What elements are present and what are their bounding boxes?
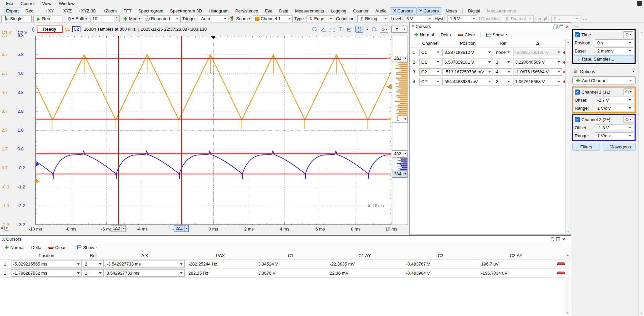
scroll-down-icon[interactable]: ▼: [565, 311, 570, 314]
tab-spectrogram[interactable]: Spectrogram: [135, 7, 167, 14]
expand-right-icon[interactable]: →: [574, 23, 579, 29]
layout-caret-icon[interactable]: [366, 29, 368, 30]
tab-y-cursors[interactable]: Y Cursors: [416, 7, 442, 14]
cursor-position-select[interactable]: 3.287188612 V: [442, 49, 493, 56]
channel2-offset-select[interactable]: -1.8 V: [595, 124, 633, 131]
buffer-settings-button[interactable]: ⚙: [67, 16, 74, 21]
menu-window[interactable]: Window: [56, 1, 78, 6]
trigger-tools-icon[interactable]: [230, 16, 235, 21]
level-select[interactable]: 5 V: [404, 15, 433, 22]
scroll-up-icon[interactable]: ▲: [566, 40, 571, 43]
channel1-range-select[interactable]: 1 V/div: [595, 105, 633, 111]
single-button[interactable]: ▶1 Single: [1, 15, 32, 22]
trigger-select[interactable]: Auto: [199, 15, 228, 22]
menu-file[interactable]: File: [3, 1, 16, 6]
channel1-enable-checkbox[interactable]: ✓: [575, 90, 580, 95]
menu-view[interactable]: View: [39, 1, 55, 6]
y-cursor-flag[interactable]: 2Δ1: [392, 55, 408, 62]
tab-export[interactable]: Export: [3, 7, 22, 14]
tab-digital[interactable]: Digital: [465, 7, 484, 14]
tab-logging[interactable]: Logging: [327, 7, 350, 14]
cursor-position-select[interactable]: -513.167259786 mV: [442, 68, 493, 76]
y-cursor-flag[interactable]: 3Δ4: [392, 171, 408, 178]
cursor-delta-select[interactable]: -1.0676156584 V: [513, 68, 562, 76]
tab-xyz-3d[interactable]: +XYZ 3D: [75, 7, 100, 14]
cursor-ref-select[interactable]: 1: [494, 59, 512, 66]
fit-cursors-icon[interactable]: [320, 27, 326, 32]
options-row[interactable]: ⚙ Options: [572, 68, 636, 75]
cursor-ref-select[interactable]: 2: [83, 260, 104, 268]
cursor-dx-select[interactable]: -3.542927733 ms: [105, 260, 185, 268]
time-position-select[interactable]: 0 s: [595, 39, 633, 46]
cursor-position-select[interactable]: 6.507829181 V: [442, 59, 493, 66]
zoom-one-icon[interactable]: 1: [312, 27, 317, 32]
close-window-icon[interactable]: ×: [566, 25, 569, 28]
filters-button[interactable]: ↓ Filters: [572, 143, 600, 151]
restore-window-icon[interactable]: [550, 237, 554, 241]
x-cursors-scrollbar[interactable]: ▲ ▼: [565, 252, 570, 315]
y-cursor-flag[interactable]: 1: [392, 116, 408, 123]
channel1-chip[interactable]: C1: [65, 27, 70, 32]
fit-horizontal-icon[interactable]: [329, 27, 335, 32]
tab-fft[interactable]: FFT: [120, 7, 135, 14]
tab-data[interactable]: Data: [276, 7, 292, 14]
mode-select[interactable]: H Repeated: [143, 15, 181, 22]
x-axis-selector[interactable]: X: [1, 226, 9, 231]
cursor-position-select[interactable]: -1.786287832 ms: [11, 269, 82, 277]
condition-select[interactable]: Rising: [357, 15, 389, 22]
cursor-channel-select[interactable]: C2: [419, 78, 441, 85]
tab-measurements[interactable]: Measurements: [292, 7, 327, 14]
cursor-delta-select[interactable]: 1.067615658 V: [513, 78, 562, 85]
close-window-icon[interactable]: ×: [562, 237, 565, 241]
tab-spectrogram-3d[interactable]: Spectrogram 3D: [167, 7, 205, 14]
wavegens-button[interactable]: ↓ Wavegens: [603, 143, 636, 151]
buffer-spin-buttons[interactable]: ▲▼: [114, 16, 119, 22]
length-select[interactable]: 0 s: [551, 15, 580, 22]
tab-rec[interactable]: Rec.: [22, 7, 38, 14]
tab-eye[interactable]: Eye: [261, 7, 276, 14]
time-enable-checkbox[interactable]: ✓: [575, 32, 580, 37]
show-menu-button[interactable]: Show: [484, 32, 510, 38]
cursor-channel-select[interactable]: C1: [419, 59, 441, 66]
tab-notes[interactable]: Notes: [442, 7, 460, 14]
x-cursor-flag[interactable]: 2Δ1: [174, 225, 189, 232]
zoom-options-icon[interactable]: [371, 27, 377, 32]
add-delta-cursor-button[interactable]: Delta: [438, 32, 454, 38]
channel2-enable-checkbox[interactable]: ✓: [575, 117, 580, 122]
cursor-position-select[interactable]: -5.329215565 ms: [11, 260, 82, 268]
add-normal-cursor-button[interactable]: ✚Normal: [2, 244, 27, 251]
cursor-ref-select[interactable]: 1: [83, 269, 104, 277]
tab-xy[interactable]: +XY: [42, 7, 57, 14]
cursor-ref-select[interactable]: 4: [494, 68, 512, 76]
add-delta-cursor-button[interactable]: Delta: [29, 244, 44, 251]
remove-cursor-button[interactable]: [557, 272, 565, 274]
y-cursors-scrollbar[interactable]: ▲ ▼: [565, 39, 571, 235]
scroll-down-icon[interactable]: ▼: [566, 231, 571, 234]
run-button[interactable]: ▶ Run: [33, 15, 63, 22]
tab-xyz[interactable]: +XYZ: [57, 7, 75, 14]
type-select[interactable]: Edge: [307, 15, 334, 22]
scroll-up-icon[interactable]: ▲: [565, 253, 570, 256]
tab-persistence[interactable]: Persistence: [232, 7, 261, 14]
x-cursor-flag[interactable]: 1Δ2: [111, 225, 126, 232]
y-axis-selector[interactable]: Y: [391, 26, 407, 33]
app-tray-icon[interactable]: [637, 1, 642, 6]
scope-plot[interactable]: [35, 36, 409, 225]
plot-settings-button[interactable]: ⚙: [380, 26, 388, 33]
tab-measurements[interactable]: Measurements: [484, 7, 519, 14]
menu-control[interactable]: Control: [17, 1, 38, 6]
cursor-position-select[interactable]: 554.4483986 mV: [442, 78, 493, 85]
tab-histogram[interactable]: Histogram: [205, 7, 232, 14]
tab-audio[interactable]: Audio: [372, 7, 390, 14]
scroll-up-icon[interactable]: ▲: [639, 31, 644, 34]
channel1-options-button[interactable]: ⚙: [623, 89, 633, 95]
fit-vertical-icon[interactable]: [338, 27, 344, 32]
cursor-channel-select[interactable]: C1: [419, 49, 441, 56]
add-mode-icon[interactable]: ✚: [123, 16, 128, 21]
cursor-ref-select[interactable]: 3: [494, 78, 512, 85]
more-options-button[interactable]: ...: [583, 16, 587, 21]
tab-zoom[interactable]: +Zoom: [100, 7, 120, 14]
sidebar-scrollbar[interactable]: ▲ ▼: [638, 30, 644, 316]
cursor-delta-select[interactable]: -3.3985765125 V: [513, 49, 562, 56]
rate-samples-button[interactable]: ↓ Rate, Samples...: [574, 55, 634, 63]
